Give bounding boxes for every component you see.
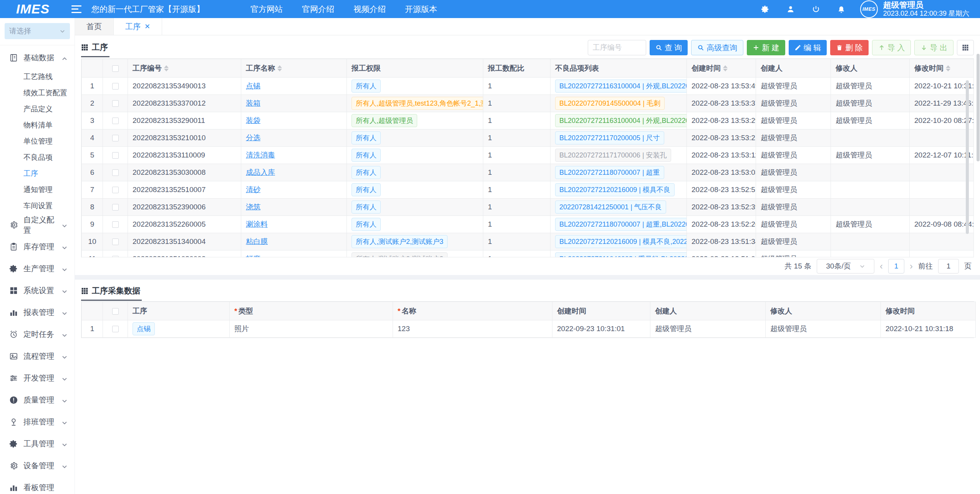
row-link[interactable]: 打磨 xyxy=(246,255,260,257)
sidebar-item-物料清单[interactable]: 物料清单 xyxy=(0,117,75,133)
button-label: 导 入 xyxy=(887,43,905,53)
sidebar-item-通知管理[interactable]: 通知管理 xyxy=(0,182,75,198)
sidebar-group-报表管理[interactable]: 报表管理 xyxy=(0,302,75,323)
settings-icon[interactable] xyxy=(761,5,769,13)
row-link[interactable]: 清洗消毒 xyxy=(246,151,275,159)
sidebar-item-绩效工资配置[interactable]: 绩效工资配置 xyxy=(0,85,75,101)
cell-seq: 4 xyxy=(82,129,103,147)
row-checkbox[interactable] xyxy=(112,239,119,245)
badge: 所有人 xyxy=(352,201,381,214)
row-checkbox[interactable] xyxy=(112,135,119,141)
编辑-button[interactable]: 编 辑 xyxy=(789,40,827,55)
新建-button[interactable]: 新 建 xyxy=(747,40,785,55)
nav-link[interactable]: 开源版本 xyxy=(405,4,437,15)
search-input[interactable] xyxy=(588,40,646,55)
row-checkbox[interactable] xyxy=(112,204,119,211)
cell-code: 202208231353290011 xyxy=(128,112,241,129)
sidebar-group-生产管理[interactable]: 生产管理 xyxy=(0,258,75,280)
sidebar-select[interactable]: 请选择 xyxy=(5,23,70,39)
sidebar-group-设备管理[interactable]: 设备管理 xyxy=(0,455,75,477)
导出-button[interactable]: 导 出 xyxy=(914,40,953,55)
sidebar-group-基础数据[interactable]: 基础数据 xyxy=(0,47,75,69)
sort-caret-icon[interactable] xyxy=(723,65,728,71)
col-header-创建时间[interactable]: 创建时间 xyxy=(687,59,756,78)
nav-link[interactable]: 官网介绍 xyxy=(302,4,334,15)
user-icon[interactable] xyxy=(786,5,795,13)
sidebar-group-质量管理[interactable]: 质量管理 xyxy=(0,389,75,411)
sidebar-group-系统设置[interactable]: 系统设置 xyxy=(0,280,75,302)
row-checkbox[interactable] xyxy=(112,118,119,124)
current-page-button[interactable]: 1 xyxy=(888,259,904,274)
nav-link[interactable]: 视频介绍 xyxy=(353,4,386,15)
col-header-修改时间[interactable]: 修改时间 xyxy=(910,59,974,78)
logout-icon[interactable] xyxy=(812,5,820,13)
sidebar-group-自定义配置[interactable]: 自定义配置 xyxy=(0,214,75,236)
查询-button[interactable]: 查 询 xyxy=(650,40,688,55)
row-checkbox[interactable] xyxy=(112,326,119,332)
row-checkbox[interactable] xyxy=(112,83,119,90)
高级查询-button[interactable]: 高级查询 xyxy=(691,40,743,55)
goto-page-input[interactable] xyxy=(938,259,959,274)
select-all-checkbox[interactable] xyxy=(112,65,119,72)
sidebar-group-看板管理[interactable]: 看板管理 xyxy=(0,477,75,494)
row-link[interactable]: 点锡 xyxy=(246,82,260,90)
sort-caret-icon[interactable] xyxy=(946,65,950,71)
row-checkbox[interactable] xyxy=(112,152,119,159)
badge: BL2022072721171700006 | 安装孔 xyxy=(555,149,671,162)
page-scrollbar[interactable] xyxy=(976,35,980,494)
app-subtitle: 您的新一代工厂管家【开源版】 xyxy=(91,4,204,15)
row-link[interactable]: 涮涂料 xyxy=(246,220,268,228)
cell-checkbox xyxy=(103,199,128,216)
col-header-工序编号[interactable]: 工序编号 xyxy=(128,59,241,78)
row-link[interactable]: 浇筑 xyxy=(246,203,260,211)
sort-caret-icon[interactable] xyxy=(164,65,169,71)
nav-link[interactable]: 官方网站 xyxy=(250,4,283,15)
next-page-button[interactable]: › xyxy=(910,262,913,271)
prev-page-button[interactable]: ‹ xyxy=(880,262,883,271)
avatar[interactable]: IMES xyxy=(860,0,878,18)
导入-button[interactable]: 导 入 xyxy=(872,40,911,55)
删除-button[interactable]: 删 除 xyxy=(830,40,869,55)
close-icon[interactable]: ✕ xyxy=(144,22,150,31)
sidebar-item-不良品项[interactable]: 不良品项 xyxy=(0,149,75,166)
sidebar-item-产品定义[interactable]: 产品定义 xyxy=(0,101,75,117)
alert-icon xyxy=(9,396,18,404)
row-checkbox[interactable] xyxy=(112,100,119,107)
row-checkbox[interactable] xyxy=(112,256,119,257)
row-link[interactable]: 装袋 xyxy=(246,116,260,124)
row-checkbox[interactable] xyxy=(112,169,119,176)
view-button[interactable] xyxy=(957,40,974,55)
sidebar-item-工艺路线[interactable]: 工艺路线 xyxy=(0,69,75,85)
tab-工序[interactable]: 工序✕ xyxy=(114,18,162,35)
button-label: 查 询 xyxy=(665,43,682,53)
sidebar-item-工序[interactable]: 工序 xyxy=(0,166,75,182)
row-link[interactable]: 装箱 xyxy=(246,99,260,107)
cell-seq: 5 xyxy=(82,147,103,164)
sidebar-group-定时任务[interactable]: 定时任务 xyxy=(0,323,75,345)
sidebar-item-单位管理[interactable]: 单位管理 xyxy=(0,133,75,149)
row-checkbox[interactable] xyxy=(112,187,119,193)
sidebar-group-开发管理[interactable]: 开发管理 xyxy=(0,367,75,389)
badge: 所有人 xyxy=(352,166,381,179)
row-link[interactable]: 成品入库 xyxy=(246,168,275,176)
sidebar-group-工具管理[interactable]: 工具管理 xyxy=(0,433,75,455)
sidebar-group-流程管理[interactable]: 流程管理 xyxy=(0,345,75,367)
notifications-icon[interactable] xyxy=(837,5,846,13)
page-size-select[interactable]: 30条/页 xyxy=(817,259,874,274)
row-link[interactable]: 清砂 xyxy=(246,186,260,194)
sort-caret-icon[interactable] xyxy=(277,65,282,71)
cell-auth: 所有人 xyxy=(347,181,483,199)
sidebar-item-车间设置[interactable]: 车间设置 xyxy=(0,198,75,214)
menu-toggle-icon[interactable] xyxy=(71,5,81,13)
table-scrollbar[interactable] xyxy=(966,80,969,234)
sidebar-group-库存管理[interactable]: 库存管理 xyxy=(0,236,75,258)
row-checkbox[interactable] xyxy=(112,221,119,228)
tab-首页[interactable]: 首页 xyxy=(75,18,114,35)
row-link[interactable]: 粘白膜 xyxy=(246,237,268,245)
cell-checkbox xyxy=(103,216,128,233)
col-header-创建人: 创建人 xyxy=(756,59,831,78)
col-header-工序名称[interactable]: 工序名称 xyxy=(241,59,347,78)
sidebar-group-排班管理[interactable]: 排班管理 xyxy=(0,411,75,433)
select-all-checkbox[interactable] xyxy=(112,308,119,315)
row-link[interactable]: 分选 xyxy=(246,134,260,142)
